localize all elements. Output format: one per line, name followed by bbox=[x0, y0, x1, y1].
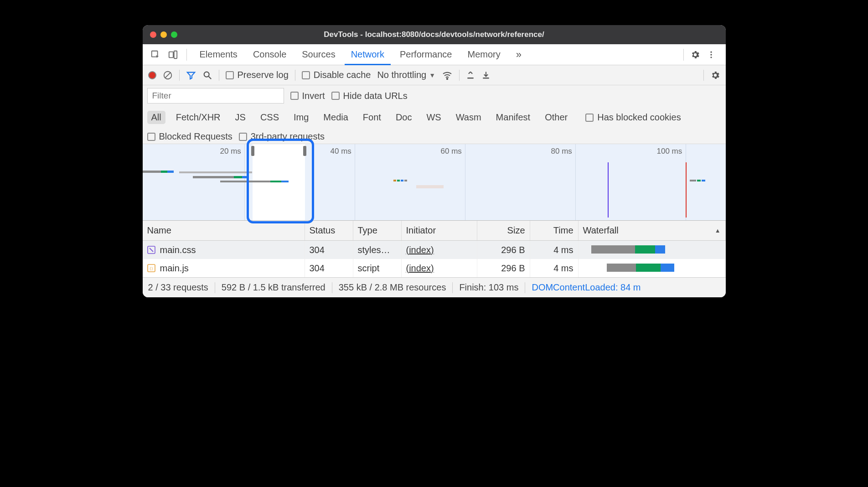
divider bbox=[332, 282, 332, 293]
type-filter-font[interactable]: Font bbox=[359, 111, 385, 124]
more-menu-icon[interactable] bbox=[707, 50, 720, 59]
tick-label: 100 ms bbox=[657, 147, 682, 156]
invert-label: Invert bbox=[302, 91, 325, 101]
invert-checkbox[interactable]: Invert bbox=[290, 91, 325, 101]
selection-handle-left[interactable] bbox=[251, 146, 254, 156]
has-blocked-cookies-checkbox[interactable]: Has blocked cookies bbox=[585, 112, 681, 123]
tab-sources[interactable]: Sources bbox=[295, 46, 341, 63]
status-bar: 2 / 33 requests 592 B / 1.5 kB transferr… bbox=[143, 277, 726, 297]
type-filter-all[interactable]: All bbox=[147, 111, 165, 124]
inspect-element-icon[interactable] bbox=[148, 47, 163, 62]
selection-handle-right[interactable] bbox=[303, 146, 306, 156]
tick-label: 80 ms bbox=[551, 147, 572, 156]
filter-input[interactable] bbox=[147, 88, 284, 104]
type-filter-js[interactable]: JS bbox=[231, 111, 250, 124]
cell-initiator[interactable]: (index) bbox=[406, 263, 434, 274]
svg-rect-2 bbox=[174, 51, 176, 58]
tick-label: 40 ms bbox=[331, 147, 351, 156]
type-filter-doc[interactable]: Doc bbox=[392, 111, 416, 124]
zoom-window-button[interactable] bbox=[171, 31, 177, 38]
requests-table-body: main.css 304 styles… (index) 296 B 4 ms … bbox=[143, 241, 726, 277]
column-header-waterfall[interactable]: Waterfall ▲ bbox=[579, 221, 726, 240]
cell-waterfall bbox=[579, 259, 726, 277]
hide-data-urls-checkbox[interactable]: Hide data URLs bbox=[331, 91, 408, 101]
type-filter-manifest[interactable]: Manifest bbox=[492, 111, 535, 124]
timeline-overview[interactable]: 20 ms 40 ms 60 ms 80 ms 100 ms bbox=[143, 144, 726, 221]
divider bbox=[179, 70, 180, 81]
clear-icon[interactable] bbox=[163, 70, 173, 80]
import-har-icon[interactable] bbox=[466, 71, 475, 80]
divider bbox=[295, 70, 295, 81]
load-marker bbox=[686, 162, 687, 218]
settings-icon[interactable] bbox=[690, 50, 704, 60]
status-requests: 2 / 33 requests bbox=[148, 282, 208, 293]
column-header-initiator[interactable]: Initiator bbox=[402, 221, 477, 240]
device-toolbar-icon[interactable] bbox=[165, 47, 180, 62]
type-filter-img[interactable]: Img bbox=[289, 111, 313, 124]
svg-point-4 bbox=[710, 54, 712, 55]
cell-name: main.css bbox=[160, 245, 196, 255]
record-button[interactable] bbox=[148, 71, 156, 79]
network-settings-icon[interactable] bbox=[710, 70, 720, 80]
panel-tabs: Elements Console Sources Network Perform… bbox=[143, 44, 726, 65]
type-filter-fetch-xhr[interactable]: Fetch/XHR bbox=[172, 111, 225, 124]
cell-time: 4 ms bbox=[553, 263, 573, 274]
tab-memory[interactable]: Memory bbox=[461, 46, 507, 63]
cell-name: main.js bbox=[160, 263, 189, 274]
tab-elements[interactable]: Elements bbox=[193, 46, 244, 63]
type-filter-ws[interactable]: WS bbox=[422, 111, 445, 124]
disable-cache-checkbox[interactable]: Disable cache bbox=[302, 70, 371, 80]
column-header-size[interactable]: Size bbox=[477, 221, 530, 240]
svg-point-8 bbox=[204, 72, 209, 77]
css-file-icon bbox=[147, 246, 155, 254]
table-row[interactable]: ⟨⟩ main.js 304 script (index) 296 B 4 ms bbox=[143, 259, 726, 277]
column-header-status[interactable]: Status bbox=[305, 221, 353, 240]
column-header-waterfall-label: Waterfall bbox=[583, 225, 619, 236]
column-header-type[interactable]: Type bbox=[353, 221, 402, 240]
type-filter-other[interactable]: Other bbox=[541, 111, 572, 124]
type-filter-css[interactable]: CSS bbox=[256, 111, 283, 124]
status-transferred: 592 B / 1.5 kB transferred bbox=[222, 282, 326, 293]
devtools-window: DevTools - localhost:8080/docs/devtools/… bbox=[143, 25, 726, 297]
tab-performance[interactable]: Performance bbox=[393, 46, 459, 63]
column-header-time[interactable]: Time bbox=[530, 221, 579, 240]
cell-time: 4 ms bbox=[553, 245, 573, 255]
filter-icon[interactable] bbox=[186, 70, 196, 80]
tabs-overflow[interactable]: » bbox=[510, 45, 528, 64]
svg-text:⟨⟩: ⟨⟩ bbox=[150, 266, 153, 271]
sort-indicator-icon: ▲ bbox=[715, 227, 721, 234]
type-filter-media[interactable]: Media bbox=[319, 111, 352, 124]
svg-point-3 bbox=[710, 51, 712, 52]
cell-status: 304 bbox=[310, 245, 325, 255]
divider bbox=[459, 70, 460, 81]
tick-label: 60 ms bbox=[441, 147, 462, 156]
cell-status: 304 bbox=[310, 263, 325, 274]
export-har-icon[interactable] bbox=[481, 71, 491, 80]
preserve-log-checkbox[interactable]: Preserve log bbox=[226, 70, 289, 80]
close-window-button[interactable] bbox=[150, 31, 156, 38]
network-conditions-icon[interactable] bbox=[442, 70, 453, 81]
dcl-marker bbox=[608, 162, 609, 218]
hide-data-urls-label: Hide data URLs bbox=[343, 91, 408, 101]
type-filter-wasm[interactable]: Wasm bbox=[452, 111, 486, 124]
tab-console[interactable]: Console bbox=[247, 46, 293, 63]
filter-bar: Invert Hide data URLs All Fetch/XHR JS C… bbox=[143, 85, 726, 144]
tab-network[interactable]: Network bbox=[345, 46, 391, 65]
throttling-value: No throttling bbox=[377, 70, 426, 80]
third-party-checkbox[interactable]: 3rd-party requests bbox=[239, 131, 325, 142]
svg-rect-12 bbox=[483, 78, 489, 79]
cell-initiator[interactable]: (index) bbox=[406, 245, 434, 255]
table-row[interactable]: main.css 304 styles… (index) 296 B 4 ms bbox=[143, 241, 726, 259]
minimize-window-button[interactable] bbox=[160, 31, 167, 38]
cell-type: script bbox=[358, 263, 380, 274]
throttling-select[interactable]: No throttling ▼ bbox=[377, 70, 435, 80]
search-icon[interactable] bbox=[202, 70, 212, 80]
column-header-name[interactable]: Name bbox=[143, 221, 305, 240]
gridline bbox=[355, 144, 355, 220]
cell-size: 296 B bbox=[501, 263, 525, 274]
svg-point-5 bbox=[710, 57, 712, 58]
divider bbox=[452, 282, 453, 293]
requests-table-header: Name Status Type Initiator Size Time Wat… bbox=[143, 221, 726, 241]
divider bbox=[186, 49, 187, 61]
blocked-requests-checkbox[interactable]: Blocked Requests bbox=[147, 131, 232, 142]
